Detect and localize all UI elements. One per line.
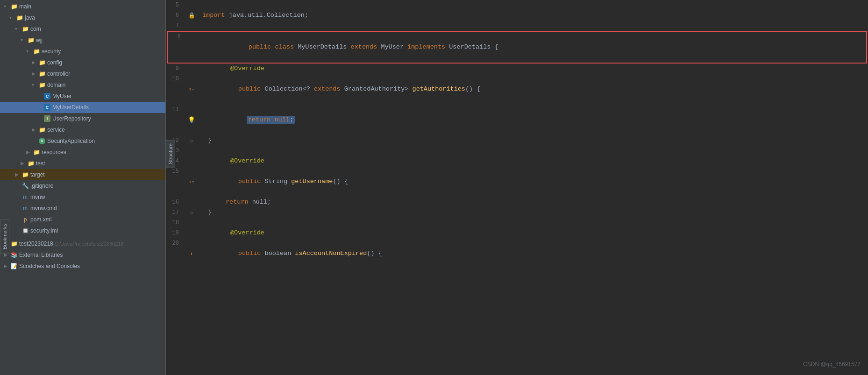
line-content: } bbox=[199, 135, 868, 146]
bookmarks-tab[interactable]: Bookmarks bbox=[0, 219, 9, 254]
sidebar-item-main[interactable]: ▾ 📁 main bbox=[0, 1, 165, 12]
arrow-icon: ▾ bbox=[32, 82, 38, 88]
sidebar-item-label: security bbox=[42, 47, 61, 56]
line-number: 5 bbox=[166, 0, 185, 10]
sidebar-item-test[interactable]: ▶ 📁 test bbox=[0, 158, 165, 169]
line-number: 16 bbox=[166, 197, 185, 207]
file-icon: p bbox=[21, 216, 29, 223]
code-editor[interactable]: 5 6 🔒 import java.util.Collection; 7 8 p… bbox=[166, 0, 868, 375]
file-icon: 🔧 bbox=[21, 183, 29, 189]
arrow-icon: ▶ bbox=[32, 127, 38, 133]
sidebar-item-resources[interactable]: ▶ 📁 resources bbox=[0, 147, 165, 158]
arrow-icon: ▶ bbox=[32, 59, 38, 66]
file-icon: m bbox=[21, 194, 29, 200]
code-line-20: 20 ⬆ public boolean isAccountNonExpired(… bbox=[166, 238, 868, 269]
collapse-icon[interactable]: ◇ bbox=[190, 138, 193, 144]
code-line-17: 17 ◇ } bbox=[166, 207, 868, 218]
folder-icon: 📁 bbox=[16, 14, 23, 21]
sidebar-item-config[interactable]: ▶ 📁 config bbox=[0, 57, 165, 68]
sidebar-item-security-iml[interactable]: 🔲 security.iml bbox=[0, 225, 165, 236]
bulb-icon: 💡 bbox=[188, 116, 195, 124]
sidebar-item-myuser[interactable]: C MyUser bbox=[0, 91, 165, 102]
sidebar-item-label: MyUser bbox=[52, 92, 71, 101]
line-gutter: ⬆ ▾ bbox=[185, 74, 199, 105]
sidebar-item-security[interactable]: ▾ 📁 security bbox=[0, 46, 165, 57]
line-gutter bbox=[185, 21, 199, 31]
project-path: D:\JavaProjects\test20230218 bbox=[55, 239, 124, 248]
arrow-icon: ▾ bbox=[9, 14, 16, 21]
bookmarks-tab-label: Bookmarks bbox=[2, 224, 7, 249]
folder-icon: 📁 bbox=[27, 37, 35, 43]
line-content: @Override bbox=[199, 64, 868, 74]
sidebar-item-myuserdetails[interactable]: C MyUserDetails bbox=[0, 102, 165, 113]
sidebar-item-mvnw-cmd[interactable]: m mvnw.cmd bbox=[0, 203, 165, 214]
sidebar-item-target[interactable]: ▶ 📁 target bbox=[0, 169, 165, 180]
sidebar-item-domain[interactable]: ▾ 📁 domain bbox=[0, 79, 165, 91]
line-gutter bbox=[185, 228, 199, 238]
line-content: public class MyUserDetails extends MyUse… bbox=[200, 32, 866, 63]
app-icon: S bbox=[38, 138, 46, 144]
sidebar-item-label: UserRepository bbox=[52, 114, 91, 123]
sidebar-item-mvnw[interactable]: m mvnw bbox=[0, 191, 165, 203]
class-icon: C bbox=[44, 93, 50, 99]
sidebar-item-test20230218[interactable]: ▶ 📁 test20230218 D:\JavaProjects\test202… bbox=[0, 238, 165, 249]
collapse-icon[interactable]: ▾ bbox=[192, 86, 195, 92]
line-content: @Override bbox=[199, 156, 868, 166]
line-number: 7 bbox=[166, 21, 185, 31]
line-number: 15 bbox=[166, 166, 185, 197]
sidebar-item-pom-xml[interactable]: p pom.xml bbox=[0, 214, 165, 225]
sidebar-item-label: service bbox=[47, 125, 65, 134]
line-content bbox=[199, 146, 868, 156]
sidebar-item-service[interactable]: ▶ 📁 service bbox=[0, 124, 165, 135]
sidebar-item-label: mvnw.cmd bbox=[30, 204, 57, 213]
line-number: 11 bbox=[166, 105, 185, 135]
code-line-8: 8 public class MyUserDetails extends MyU… bbox=[167, 31, 867, 64]
folder-icon: 📁 bbox=[21, 171, 29, 178]
spacer bbox=[37, 93, 44, 99]
line-content bbox=[199, 21, 868, 31]
sidebar-item-java[interactable]: ▾ 📁 java bbox=[0, 12, 165, 23]
file-icon: 🔲 bbox=[21, 227, 29, 234]
folder-icon: 📁 bbox=[33, 149, 40, 156]
code-line-12: 12 ◇ } bbox=[166, 135, 868, 146]
file-tree[interactable]: ▾ 📁 main ▾ 📁 java ▾ 📁 com ▾ 📁 wjj ▾ 📁 se… bbox=[0, 0, 166, 375]
code-line-9: 9 @Override bbox=[166, 64, 868, 74]
sidebar-item-userrepository[interactable]: I UserRepository bbox=[0, 113, 165, 124]
arrow-icon: ▾ bbox=[26, 48, 33, 55]
sidebar-item-label: main bbox=[19, 2, 31, 11]
code-line-16: 16 return null; bbox=[166, 197, 868, 207]
line-number: 20 bbox=[166, 238, 185, 269]
code-line-10: 10 ⬆ ▾ public Collection<? extends Grant… bbox=[166, 74, 868, 105]
sidebar-item-external-libraries[interactable]: ▶ 📚 External Libraries bbox=[0, 249, 165, 261]
sidebar-item-wjj[interactable]: ▾ 📁 wjj bbox=[0, 35, 165, 46]
collapse-icon[interactable]: ◇ bbox=[190, 210, 193, 216]
class-icon: C bbox=[44, 104, 50, 111]
line-content: @Override bbox=[199, 228, 868, 238]
sidebar-item-controller[interactable]: ▶ 📁 controller bbox=[0, 68, 165, 79]
code-line-6: 6 🔒 import java.util.Collection; bbox=[166, 10, 868, 21]
sidebar-item-label: java bbox=[25, 13, 35, 22]
line-content: import java.util.Collection; bbox=[199, 10, 868, 21]
arrow-icon: ▶ bbox=[4, 263, 10, 269]
sidebar-item-gitignore[interactable]: 🔧 .gitignore bbox=[0, 180, 165, 191]
sidebar-item-label: test20230218 bbox=[19, 239, 53, 248]
sidebar-item-scratches[interactable]: ▶ 📝 Scratches and Consoles bbox=[0, 261, 165, 272]
sidebar-item-com[interactable]: ▾ 📁 com bbox=[0, 23, 165, 35]
sidebar-item-label: mvnw bbox=[30, 192, 45, 202]
line-content: return null; bbox=[199, 105, 868, 135]
arrow-icon: ▶ bbox=[15, 171, 21, 178]
file-icon: m bbox=[21, 205, 29, 212]
structure-tab[interactable]: Structure bbox=[166, 140, 175, 168]
code-line-7: 7 bbox=[166, 21, 868, 31]
line-content bbox=[199, 218, 868, 228]
collapse-icon[interactable]: ▾ bbox=[192, 179, 195, 185]
spacer bbox=[15, 183, 21, 189]
line-gutter bbox=[185, 156, 199, 166]
arrow-icon: ▶ bbox=[21, 160, 27, 167]
line-number: 8 bbox=[168, 32, 186, 63]
structure-tab-label: Structure bbox=[168, 143, 173, 164]
spacer bbox=[15, 227, 21, 234]
sidebar-item-securityapplication[interactable]: S SecurityApplication bbox=[0, 135, 165, 147]
interface-icon: I bbox=[44, 115, 50, 122]
code-line-5: 5 bbox=[166, 0, 868, 10]
